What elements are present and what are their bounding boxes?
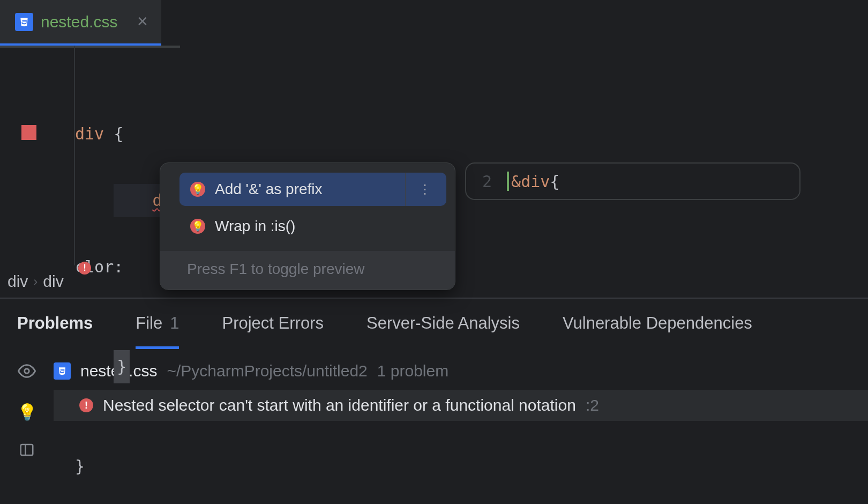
color-swatch-icon[interactable] [21, 125, 36, 140]
css-file-icon [54, 362, 71, 380]
intention-label: Add '&' as prefix [215, 181, 323, 198]
error-bulb-icon: 💡 [190, 219, 205, 234]
editor-tab[interactable]: nested.css ✕ [0, 0, 161, 46]
chevron-right-icon: › [33, 274, 38, 289]
tab-file[interactable]: File 1 [136, 299, 179, 348]
tab-vulnerable-dependencies[interactable]: Vulnerable Dependencies [563, 299, 752, 348]
problems-title[interactable]: Problems [17, 299, 93, 348]
more-actions-button[interactable]: ⋮ [405, 173, 432, 206]
code-selector: div [75, 124, 104, 143]
intention-add-amp-prefix[interactable]: 💡 Add '&' as prefix ⋮ [179, 173, 446, 206]
error-bulb-icon: 💡 [190, 182, 205, 197]
intention-preview: 2 & div { [465, 162, 800, 200]
bulb-icon[interactable]: 💡 [17, 403, 37, 421]
breadcrumb-item[interactable]: div [8, 272, 28, 291]
issue-location: :2 [586, 396, 599, 414]
intention-actions-popup: 💡 Add '&' as prefix ⋮ 💡 Wrap in :is() Pr… [160, 162, 455, 290]
tab-close-button[interactable]: ✕ [137, 13, 148, 30]
code-editor[interactable]: div { div { c!lor: } } 💡 Add '&' as pref… [0, 46, 868, 265]
intention-wrap-is[interactable]: 💡 Wrap in :is() [160, 209, 455, 243]
intention-footer-hint: Press F1 to toggle preview [160, 251, 455, 290]
side-panel-icon[interactable] [19, 442, 35, 460]
preview-line-number: 2 [482, 172, 492, 191]
breadcrumb-item[interactable]: div [43, 272, 63, 291]
editor-gutter [0, 46, 75, 265]
error-icon[interactable]: ! [78, 262, 91, 275]
css-file-icon [15, 13, 33, 31]
insertion-marker-icon [507, 172, 509, 191]
tab-project-errors[interactable]: Project Errors [222, 299, 323, 348]
eye-icon[interactable] [18, 362, 36, 382]
tab-filename: nested.css [41, 13, 117, 31]
svg-rect-1 [21, 444, 33, 455]
intention-label: Wrap in :is() [215, 218, 295, 235]
problems-count: 1 problem [377, 362, 448, 380]
tab-server-side-analysis[interactable]: Server-Side Analysis [366, 299, 520, 348]
svg-point-0 [25, 369, 29, 374]
